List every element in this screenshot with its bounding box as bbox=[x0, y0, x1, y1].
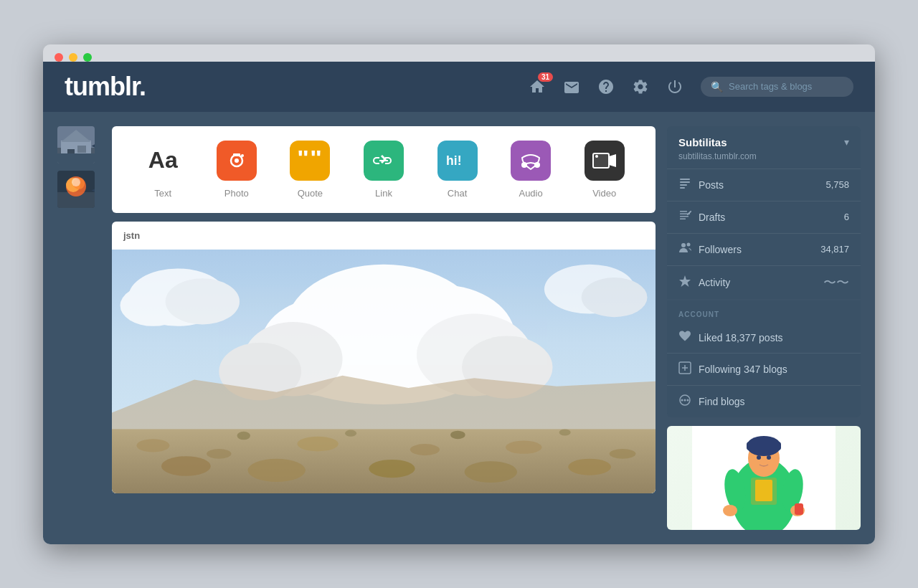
post-author[interactable]: jstn bbox=[112, 222, 656, 250]
power-button[interactable] bbox=[666, 78, 683, 95]
help-button[interactable] bbox=[597, 78, 615, 95]
home-button[interactable]: 31 bbox=[529, 78, 546, 95]
find-blogs-icon bbox=[678, 394, 691, 409]
text-label: Text bbox=[154, 188, 171, 199]
svg-point-26 bbox=[595, 155, 598, 158]
right-sidebar: Subtilitas ▾ subtilitas.tumblr.com bbox=[667, 126, 861, 530]
svg-point-16 bbox=[241, 154, 244, 157]
svg-point-47 bbox=[506, 440, 542, 453]
settings-button[interactable] bbox=[632, 78, 649, 95]
svg-rect-5 bbox=[77, 146, 86, 153]
minimize-button[interactable] bbox=[69, 53, 77, 62]
liked-row[interactable]: Liked 18,377 posts bbox=[667, 323, 861, 353]
posts-stat-left: Posts bbox=[678, 177, 724, 193]
following-row[interactable]: Following 347 blogs bbox=[667, 354, 861, 385]
svg-rect-79 bbox=[747, 442, 781, 450]
svg-point-49 bbox=[161, 456, 211, 476]
browser-window: tumblr. 31 bbox=[43, 44, 875, 544]
svg-point-12 bbox=[72, 178, 80, 186]
home-badge: 31 bbox=[538, 72, 553, 82]
svg-rect-64 bbox=[680, 216, 688, 217]
logo[interactable]: tumblr. bbox=[65, 72, 514, 102]
followers-icon bbox=[678, 242, 691, 257]
audio-label: Audio bbox=[519, 188, 542, 199]
text-icon: Aa bbox=[143, 141, 183, 181]
search-icon: 🔍 bbox=[711, 81, 723, 93]
find-blogs-row[interactable]: Find blogs bbox=[667, 386, 861, 417]
posts-icon bbox=[678, 177, 691, 193]
avatar-1[interactable]: ◀ bbox=[57, 126, 95, 163]
fullscreen-button[interactable] bbox=[83, 53, 92, 62]
search-box[interactable]: 🔍 bbox=[701, 77, 853, 97]
svg-point-74 bbox=[687, 399, 689, 401]
svg-point-50 bbox=[248, 458, 306, 481]
browser-chrome bbox=[43, 44, 875, 62]
svg-point-51 bbox=[369, 459, 415, 477]
post-type-video[interactable]: Video bbox=[585, 141, 625, 199]
avatar-2[interactable]: ◀ bbox=[57, 171, 95, 208]
drafts-icon bbox=[678, 209, 691, 225]
link-label: Link bbox=[375, 188, 392, 199]
post-type-audio[interactable]: Audio bbox=[511, 141, 551, 199]
nav-icons: 31 bbox=[529, 77, 853, 97]
post-image bbox=[112, 250, 656, 493]
svg-rect-6 bbox=[57, 153, 95, 163]
posts-label: Posts bbox=[699, 179, 724, 191]
svg-point-56 bbox=[450, 430, 465, 438]
photo-label: Photo bbox=[224, 188, 249, 199]
activity-stat-row[interactable]: Activity 〜〜 bbox=[667, 266, 861, 299]
chat-icon: hi! bbox=[437, 141, 478, 181]
photo-icon bbox=[217, 141, 257, 181]
svg-point-73 bbox=[684, 399, 686, 401]
quote-icon: " " bbox=[290, 141, 330, 181]
center-content: Aa Text Photo bbox=[112, 126, 656, 493]
drafts-label: Drafts bbox=[699, 212, 725, 223]
link-icon bbox=[364, 141, 404, 181]
svg-rect-60 bbox=[680, 184, 687, 186]
activity-icon bbox=[678, 275, 691, 290]
svg-point-80 bbox=[757, 455, 761, 460]
svg-rect-15 bbox=[233, 153, 240, 156]
close-button[interactable] bbox=[55, 53, 63, 62]
svg-point-57 bbox=[559, 429, 571, 435]
liked-label: Liked 18,377 posts bbox=[699, 332, 783, 343]
drafts-value: 6 bbox=[844, 212, 849, 222]
svg-rect-61 bbox=[680, 187, 685, 189]
svg-point-46 bbox=[410, 444, 440, 455]
browser-content: tumblr. 31 bbox=[43, 62, 875, 544]
post-type-quote[interactable]: " " Quote bbox=[290, 141, 330, 199]
svg-point-53 bbox=[568, 458, 611, 475]
post-type-link[interactable]: Link bbox=[364, 141, 404, 199]
mail-button[interactable] bbox=[563, 79, 580, 95]
svg-point-45 bbox=[297, 436, 338, 451]
activity-stat-left: Activity bbox=[678, 275, 730, 290]
navbar: tumblr. 31 bbox=[43, 62, 875, 112]
svg-point-40 bbox=[582, 278, 648, 317]
avatar-2-arrow: ◀ bbox=[92, 182, 95, 196]
posts-value: 5,758 bbox=[825, 179, 849, 190]
svg-point-68 bbox=[687, 242, 691, 246]
audio-icon bbox=[511, 141, 551, 181]
drafts-stat-row[interactable]: Drafts 6 bbox=[667, 201, 861, 233]
account-section-label: ACCOUNT bbox=[667, 300, 861, 323]
followers-stat-row[interactable]: Followers 34,817 bbox=[667, 234, 861, 265]
svg-point-14 bbox=[235, 158, 239, 163]
svg-point-43 bbox=[136, 439, 169, 452]
activity-label: Activity bbox=[699, 277, 730, 288]
blog-url: subtilitas.tumblr.com bbox=[667, 151, 861, 169]
svg-point-67 bbox=[681, 243, 686, 247]
svg-rect-59 bbox=[680, 181, 690, 183]
search-input[interactable] bbox=[729, 81, 843, 92]
svg-point-48 bbox=[610, 448, 636, 458]
following-label: Following 347 blogs bbox=[699, 364, 787, 375]
post-type-text[interactable]: Aa Text bbox=[143, 141, 183, 199]
svg-rect-66 bbox=[686, 210, 691, 215]
blog-post-card: jstn bbox=[112, 222, 656, 493]
drafts-stat-left: Drafts bbox=[678, 209, 725, 225]
posts-stat-row[interactable]: Posts 5,758 bbox=[667, 169, 861, 201]
svg-point-44 bbox=[207, 448, 231, 458]
followers-label: Followers bbox=[699, 244, 742, 255]
post-type-photo[interactable]: Photo bbox=[217, 141, 257, 199]
blog-dropdown-icon[interactable]: ▾ bbox=[844, 136, 849, 148]
post-type-chat[interactable]: hi! Chat bbox=[437, 141, 478, 199]
